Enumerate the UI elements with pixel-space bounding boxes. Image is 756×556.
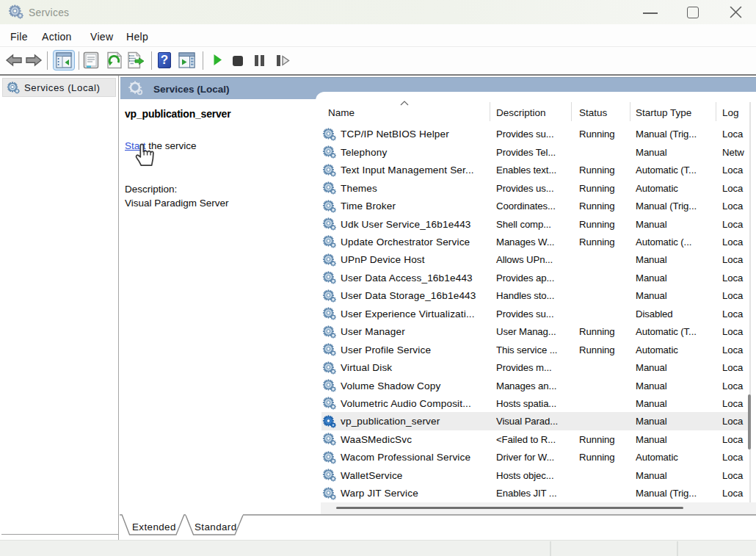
svg-text:Standard: Standard	[195, 521, 237, 532]
svg-text:Extended: Extended	[132, 521, 176, 532]
